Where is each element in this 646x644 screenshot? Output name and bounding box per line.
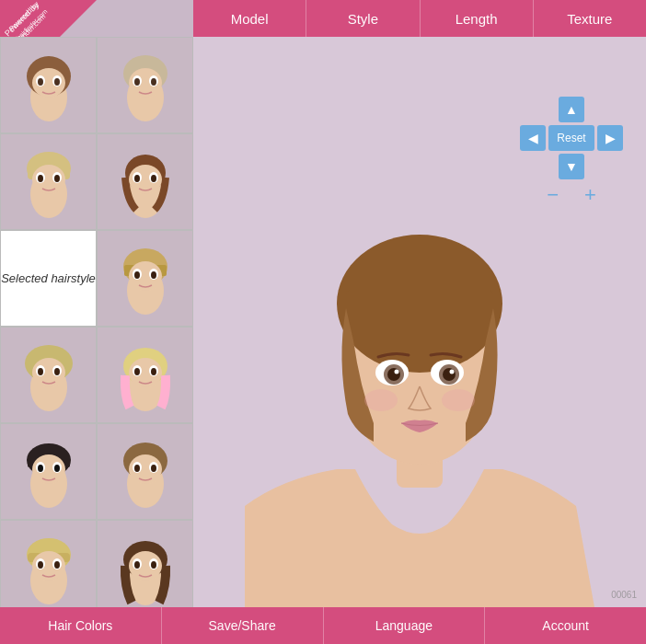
svg-point-103	[442, 389, 475, 411]
watermark: 00061	[611, 590, 637, 600]
svg-point-15	[134, 78, 140, 86]
svg-point-67	[134, 465, 140, 472]
reset-button[interactable]: Reset	[548, 125, 594, 151]
zoom-minus-button[interactable]: −	[547, 185, 559, 205]
svg-point-31	[151, 175, 156, 182]
hair-thumb-1[interactable]	[0, 37, 97, 133]
hair-thumb-4[interactable]	[97, 133, 193, 230]
svg-point-99	[443, 368, 456, 381]
language-button[interactable]: Language	[324, 607, 486, 644]
svg-point-46	[54, 368, 60, 375]
svg-point-83	[151, 561, 156, 569]
hair-thumb-3[interactable]	[0, 133, 97, 230]
pan-left-button[interactable]: ◀	[520, 125, 546, 151]
svg-point-53	[151, 368, 156, 375]
save-share-button[interactable]: Save/Share	[162, 607, 324, 644]
hair-thumb-5[interactable]	[97, 230, 193, 327]
svg-point-60	[38, 465, 43, 472]
svg-point-30	[134, 175, 140, 182]
hair-thumb-11[interactable]	[97, 520, 193, 607]
svg-point-102	[364, 389, 398, 411]
svg-point-16	[151, 78, 156, 86]
svg-point-23	[38, 175, 43, 182]
hair-thumb-7[interactable]	[97, 327, 193, 423]
svg-point-9	[54, 78, 60, 86]
hair-thumb-8[interactable]	[0, 423, 97, 520]
svg-point-39	[151, 271, 156, 279]
top-nav: Model Style Length Texture	[193, 0, 646, 37]
svg-point-76	[54, 561, 60, 569]
tab-length[interactable]: Length	[421, 0, 534, 37]
svg-point-82	[134, 561, 140, 569]
hair-colors-button[interactable]: Hair Colors	[0, 607, 162, 644]
selected-hairstyle-label: Selected hairstyle	[0, 230, 97, 327]
svg-point-52	[134, 368, 140, 375]
hair-thumb-9[interactable]	[97, 423, 193, 520]
tab-style[interactable]: Style	[306, 0, 420, 37]
svg-rect-93	[346, 290, 493, 336]
zoom-plus-button[interactable]: +	[584, 185, 596, 205]
svg-point-98	[387, 368, 400, 381]
svg-point-24	[54, 175, 60, 182]
pan-right-button[interactable]: ▶	[597, 125, 623, 151]
account-button[interactable]: Account	[485, 607, 646, 644]
preview-area: ▲ ◀ Reset ▶ ▼ − + 00061	[193, 37, 646, 607]
svg-point-75	[38, 561, 43, 569]
app-container: Powered by hairfinder.com Powered by hai…	[0, 0, 646, 644]
svg-point-100	[395, 370, 399, 374]
tab-texture[interactable]: Texture	[534, 0, 646, 37]
pan-up-button[interactable]: ▲	[559, 97, 584, 122]
svg-point-68	[151, 465, 156, 472]
logo-banner: Powered by hairfinder.com Powered by hai…	[0, 0, 97, 37]
svg-point-8	[38, 78, 43, 86]
sidebar: Selected hairstyle	[0, 37, 193, 607]
bottom-nav: Hair Colors Save/Share Language Account	[0, 607, 646, 644]
pan-down-button[interactable]: ▼	[559, 154, 584, 179]
tab-model[interactable]: Model	[193, 0, 306, 37]
hair-thumb-2[interactable]	[97, 37, 193, 133]
svg-point-38	[134, 271, 140, 279]
hair-thumb-10[interactable]	[0, 520, 97, 607]
hair-thumb-6[interactable]	[0, 327, 97, 423]
svg-point-61	[54, 465, 60, 472]
nav-controls: ▲ ◀ Reset ▶ ▼ − +	[520, 97, 623, 205]
svg-point-45	[38, 368, 43, 375]
svg-point-101	[450, 370, 455, 374]
